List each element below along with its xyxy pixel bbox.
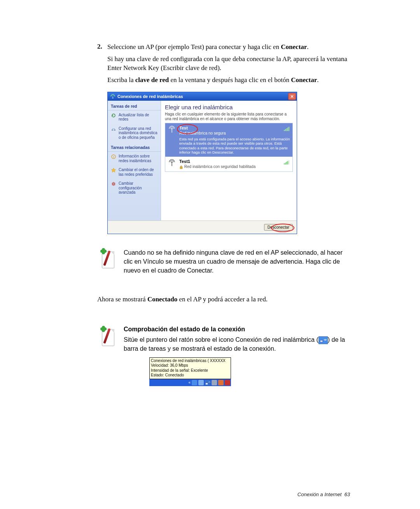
network-name: Test1 — [179, 159, 290, 164]
page-footer: Conexión a Internet 63 — [298, 492, 350, 497]
gear-icon — [111, 181, 116, 187]
wireless-tray-icon — [318, 336, 328, 344]
section-body: Sitúe el puntero del ratón sobre el icon… — [124, 335, 350, 353]
page-number: 63 — [345, 492, 350, 497]
dialog-title: Conexiones de red inalámbricas — [117, 94, 288, 99]
text: en la ventana y después haga clic en el … — [169, 76, 291, 84]
step-line-1: Seleccione un AP (por ejemplo Test) para… — [107, 43, 309, 52]
note-text: Cuando no se ha definido ninguna clave d… — [124, 248, 350, 275]
tooltip-screenshot: Conexiones de red inalámbricas ( XXXXXX … — [149, 357, 231, 386]
svg-rect-11 — [206, 383, 208, 385]
wireless-icon — [110, 94, 116, 99]
signal-icon — [284, 160, 289, 164]
antenna-icon — [168, 159, 176, 169]
tooltip-line: Velocidad: 36,0 Mbps — [151, 363, 229, 368]
close-button[interactable] — [288, 93, 296, 100]
tray-icon — [225, 380, 230, 385]
sidebar-item-order[interactable]: Cambiar el orden de las redes preferidas — [108, 165, 161, 179]
text: . — [317, 76, 318, 84]
network-status: Red inalámbrica con seguridad habilitada — [179, 164, 290, 169]
network-list: Test Red inalámbrica no segura Esta red … — [165, 123, 293, 172]
network-desc: Esta red ya está configurada para el acc… — [179, 137, 290, 155]
main-subtitle: Haga clic en cualquier elemento de la si… — [165, 112, 293, 121]
signal-icon — [284, 126, 289, 131]
sidebar-item-label: Información sobre redes inalámbricas — [119, 154, 158, 163]
sidebar-header-related: Tareas relacionadas — [108, 142, 161, 152]
tooltip: Conexiones de red inalámbricas ( XXXXXX … — [149, 357, 231, 379]
sidebar-item-label: Configurar una red inalámbrica doméstica… — [119, 126, 158, 140]
antenna-icon — [168, 126, 176, 155]
tray-icon — [212, 380, 217, 385]
info-icon: i — [111, 154, 116, 159]
svg-point-7 — [171, 128, 173, 129]
sidebar-item-setup[interactable]: Configurar una red inalámbrica doméstica… — [108, 124, 161, 142]
text: Sitúe el puntero del ratón sobre el icon… — [124, 336, 318, 343]
svg-rect-9 — [180, 167, 182, 169]
titlebar: Conexiones de red inalámbricas — [108, 92, 297, 101]
tray-wireless-icon — [205, 380, 210, 385]
bold: Conectar — [281, 43, 307, 51]
text: . — [307, 43, 308, 51]
main-title: Elegir una red inalámbrica — [165, 103, 293, 112]
svg-rect-10 — [320, 340, 323, 342]
step-2: 2. Seleccione un AP (por ejemplo Test) p… — [97, 43, 350, 52]
note-2: Comprobación del estado de la conexión S… — [100, 326, 350, 386]
system-tray: « — [149, 379, 231, 386]
svg-point-8 — [171, 162, 173, 163]
wireless-dialog: Conexiones de red inalámbricas Tareas de… — [107, 92, 297, 234]
sidebar-item-label: Cambiar el orden de las redes preferidas — [119, 168, 158, 177]
tooltip-line: Intensidad de la señal: Excelente — [151, 368, 229, 373]
svg-rect-1 — [112, 129, 113, 131]
text: Ahora se mostrará — [97, 296, 147, 303]
disconnect-button[interactable]: Desconectar — [264, 224, 293, 231]
sidebar-item-label: Cambiar configuración avanzada — [119, 181, 158, 195]
tray-icon — [192, 380, 197, 385]
tray-icon — [198, 380, 204, 385]
note-1: Cuando no se ha definido ninguna clave d… — [100, 248, 350, 275]
sidebar-header-tasks: Tareas de red — [108, 101, 161, 110]
sidebar-item-label: Actualizar lista de redes — [119, 113, 158, 122]
svg-rect-2 — [114, 129, 116, 131]
chevron-icon: « — [188, 380, 191, 385]
text: Escriba la — [107, 76, 135, 84]
star-icon — [111, 168, 116, 173]
bold: Conectar — [291, 76, 317, 84]
text: Seleccione un AP (por ejemplo Test) para… — [107, 43, 281, 51]
svg-text:i: i — [113, 155, 114, 159]
tooltip-line: Conexiones de red inalámbricas ( XXXXXX — [151, 359, 229, 364]
sidebar-item-info[interactable]: i Información sobre redes inalámbricas — [108, 152, 161, 165]
network-name: Test — [179, 126, 290, 130]
step-number: 2. — [97, 43, 107, 52]
text: en el AP y podrá acceder a la red. — [177, 296, 268, 303]
note-icon — [100, 326, 118, 349]
bold: clave de red — [135, 76, 169, 84]
step-line-3: Escriba la clave de red en la ventana y … — [107, 76, 350, 85]
text: Red inalámbrica con seguridad habilitada — [184, 164, 256, 169]
tooltip-line: Estado: Conectado — [151, 373, 229, 378]
svg-point-6 — [113, 184, 114, 184]
network-status: Red inalámbrica no segura — [179, 131, 290, 135]
step-line-2: Si hay una clave de red configurada con … — [107, 55, 350, 73]
bold: Conectado — [147, 296, 177, 303]
svg-point-0 — [112, 97, 114, 99]
network-item-test1[interactable]: Test1 Red inalámbrica con seguridad habi… — [165, 157, 292, 171]
refresh-icon — [111, 113, 116, 118]
sidebar-item-refresh[interactable]: Actualizar lista de redes — [108, 110, 161, 124]
dialog-sidebar: Tareas de red Actualizar lista de redes … — [108, 101, 161, 220]
setup-icon — [111, 126, 116, 132]
network-item-test[interactable]: Test Red inalámbrica no segura Esta red … — [165, 123, 292, 157]
footer-text: Conexión a Internet — [298, 492, 341, 497]
dialog-main: Elegir una red inalámbrica Haga clic en … — [161, 101, 297, 220]
after-line: Ahora se mostrará Conectado en el AP y p… — [97, 295, 350, 304]
section-heading: Comprobación del estado de la conexión — [124, 326, 350, 333]
note-icon — [100, 248, 118, 271]
sidebar-item-advanced[interactable]: Cambiar configuración avanzada — [108, 179, 161, 197]
button-bar: Desconectar — [108, 220, 297, 234]
tray-icon — [218, 380, 224, 385]
